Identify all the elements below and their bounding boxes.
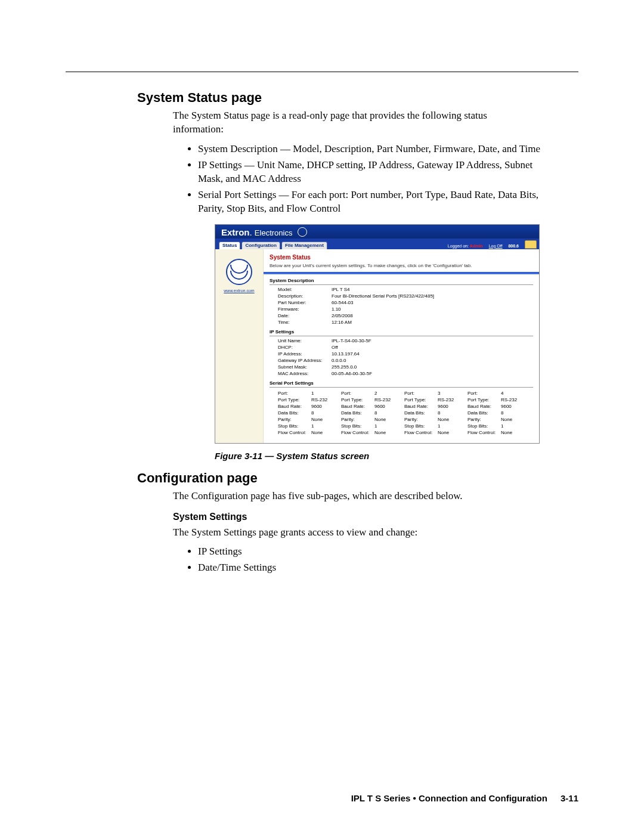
tab-configuration[interactable]: Configuration	[242, 241, 280, 249]
row-date: Date:2/05/2008	[270, 312, 533, 319]
list-item: IP Settings — Unit Name, DHCP setting, I…	[198, 159, 544, 186]
list-item: IP Settings	[198, 545, 544, 559]
screenshot-note: Below are your Unit's current system set…	[264, 262, 539, 272]
heading-system-settings: System Settings	[173, 512, 578, 522]
footer-title: IPL T S Series • Connection and Configur…	[351, 793, 547, 803]
screenshot-sidebar: www.extron.com	[215, 249, 263, 443]
phone-number: 800.6	[508, 244, 519, 248]
extron-url[interactable]: www.extron.com	[218, 289, 261, 293]
serial-port-3: Port:3 Port Type:RS-232 Baud Rate:9600 D…	[404, 390, 464, 436]
screenshot-main: System Status Below are your Unit's curr…	[263, 249, 539, 443]
logged-on-user: Admin	[470, 244, 483, 248]
system-status-intro: The System Status page is a read-only pa…	[173, 109, 537, 137]
row-partnumber: Part Number:60-544-03	[270, 299, 533, 306]
logoff-link[interactable]: Log Off	[489, 244, 503, 248]
system-settings-list: IP Settings Date/Time Settings	[185, 545, 544, 575]
row-dhcp: DHCP:Off	[270, 344, 533, 351]
system-settings-intro: The System Settings page grants access t…	[173, 526, 537, 540]
list-item: Date/Time Settings	[198, 561, 544, 575]
serial-port-2: Port:2 Port Type:RS-232 Baud Rate:9600 D…	[341, 390, 401, 436]
serial-port-1: Port:1 Port Type:RS-232 Baud Rate:9600 D…	[278, 390, 338, 436]
page-footer: IPL T S Series • Connection and Configur…	[351, 793, 578, 803]
contact-tab-icon[interactable]	[525, 240, 537, 249]
screenshot-system-status: Extron. Electronics Status Configuration…	[215, 224, 540, 444]
configuration-intro: The Configuration page has five sub-page…	[173, 490, 537, 503]
section-ip-settings: IP Settings	[270, 328, 533, 336]
row-time: Time:12:16 AM	[270, 319, 533, 326]
figure-caption: Figure 3-11 — System Status screen	[215, 451, 578, 461]
row-mac: MAC Address:00-05-A6-00-30-5F	[270, 370, 533, 377]
logged-on-label: Logged on:	[448, 244, 469, 248]
screenshot-title: System Status	[264, 253, 539, 262]
brand-swirl-icon	[298, 227, 307, 237]
brand-sub: Electronics	[255, 228, 293, 237]
row-unitname: Unit Name:IPL-T-S4-00-30-5F	[270, 337, 533, 344]
heading-system-status: System Status page	[137, 90, 578, 106]
row-firmware: Firmware:1.10	[270, 306, 533, 312]
list-item: System Description — Model, Description,…	[198, 143, 544, 156]
brand-text: Extron	[221, 227, 250, 237]
serial-ports: Port:1 Port Type:RS-232 Baud Rate:9600 D…	[270, 389, 533, 437]
tab-file-management[interactable]: File Management	[281, 241, 327, 249]
row-subnet: Subnet Mask:255.255.0.0	[270, 364, 533, 370]
tab-status[interactable]: Status	[219, 241, 240, 249]
screenshot-header: Extron. Electronics	[215, 225, 539, 239]
system-status-list: System Description — Model, Description,…	[185, 143, 544, 216]
list-item: Serial Port Settings — For each port: Po…	[198, 188, 544, 216]
header-right: Logged on: Admin Log Off 800.6	[448, 239, 537, 248]
serial-port-4: Port:4 Port Type:RS-232 Baud Rate:9600 D…	[467, 390, 527, 436]
tab-bar: Status Configuration File Management Log…	[215, 239, 539, 249]
section-system-description: System Description	[270, 277, 533, 285]
extron-logo-icon	[226, 259, 252, 285]
section-serial-port-settings: Serial Port Settings	[270, 379, 533, 388]
heading-configuration: Configuration page	[137, 470, 578, 486]
row-model: Model:IPL T S4	[270, 286, 533, 293]
footer-page-number: 3-11	[561, 793, 578, 803]
row-ipaddress: IP Address:10.13.197.64	[270, 351, 533, 357]
row-gateway: Gateway IP Address:0.0.0.0	[270, 357, 533, 364]
divider-bar	[264, 272, 539, 274]
top-rule	[66, 72, 578, 72]
row-description: Description:Four Bi-Directional Serial P…	[270, 293, 533, 299]
